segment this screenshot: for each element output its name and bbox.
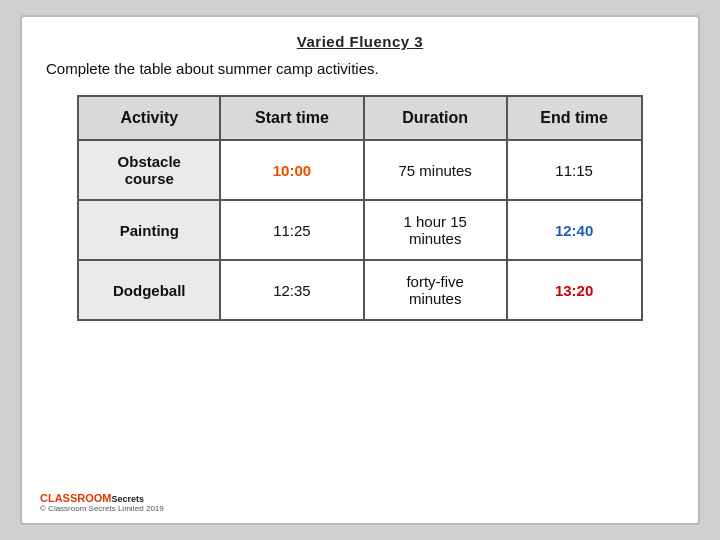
instruction: Complete the table about summer camp act… [46,60,379,77]
duration-cell-1: 75 minutes [364,140,507,200]
activity-cell-1: Obstaclecourse [78,140,220,200]
end-time-cell-1: 11:15 [507,140,642,200]
start-time-cell-1: 10:00 [220,140,364,200]
duration-cell-2: 1 hour 15minutes [364,200,507,260]
activity-cell-2: Painting [78,200,220,260]
end-time-cell-3: 13:20 [507,260,642,320]
footer-brand-suffix: Secrets [112,494,145,504]
header-duration: Duration [364,96,507,140]
header-start-time: Start time [220,96,364,140]
table-header-row: Activity Start time Duration End time [78,96,641,140]
start-time-cell-3: 12:35 [220,260,364,320]
start-time-cell-2: 11:25 [220,200,364,260]
activity-table: Activity Start time Duration End time Ob… [77,95,642,321]
table-row: Dodgeball 12:35 forty-fiveminutes 13:20 [78,260,641,320]
duration-cell-3: forty-fiveminutes [364,260,507,320]
slide: Varied Fluency 3 Complete the table abou… [20,15,700,525]
header-end-time: End time [507,96,642,140]
footer: CLASSROOMSecrets © Classroom Secrets Lim… [40,492,164,513]
footer-logo: CLASSROOMSecrets [40,492,144,504]
header-activity: Activity [78,96,220,140]
activity-cell-3: Dodgeball [78,260,220,320]
table-wrapper: Activity Start time Duration End time Ob… [46,95,674,321]
slide-title: Varied Fluency 3 [46,33,674,50]
table-row: Painting 11:25 1 hour 15minutes 12:40 [78,200,641,260]
footer-copyright: © Classroom Secrets Limited 2019 [40,504,164,513]
end-time-cell-2: 12:40 [507,200,642,260]
table-row: Obstaclecourse 10:00 75 minutes 11:15 [78,140,641,200]
